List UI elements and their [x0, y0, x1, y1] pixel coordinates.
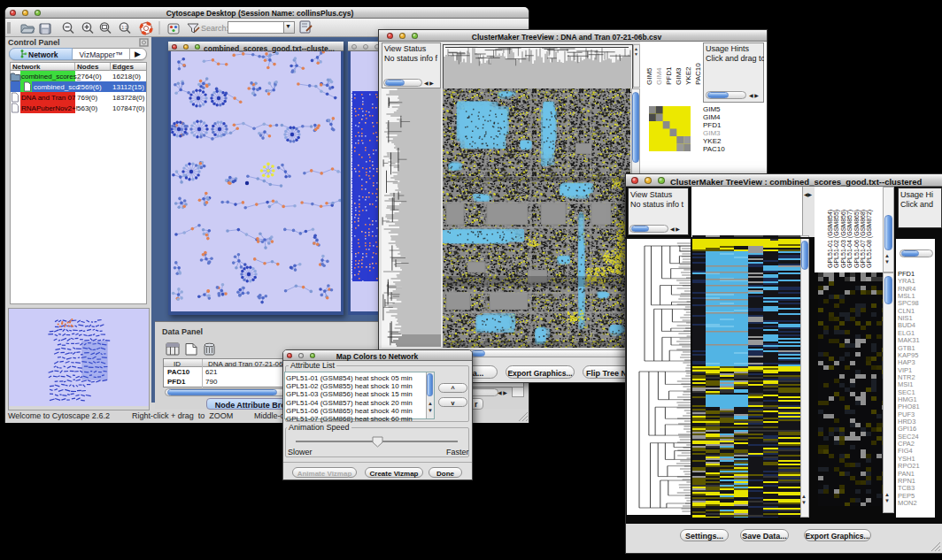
svg-text:1:1: 1:1 — [121, 25, 127, 30]
